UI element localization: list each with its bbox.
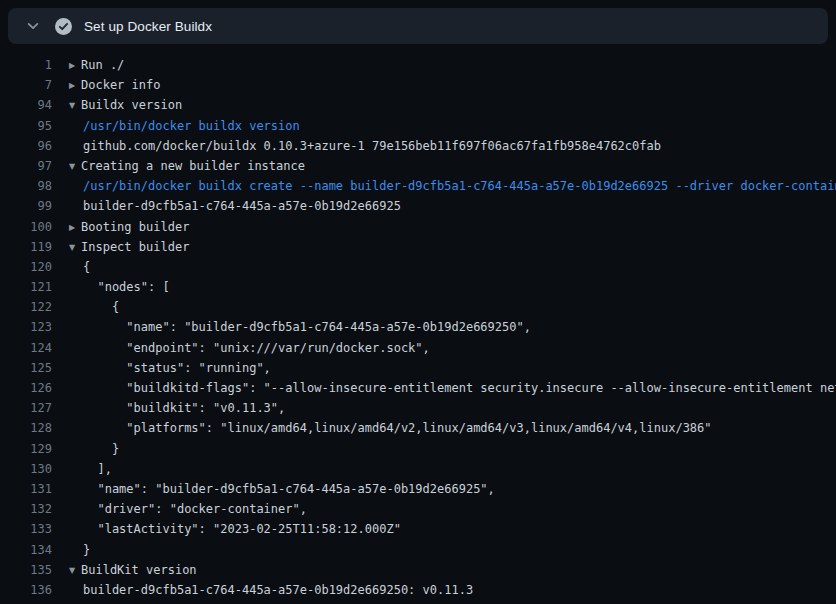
- log-text: "status": "running",: [83, 361, 271, 375]
- step-title: Set up Docker Buildx: [84, 19, 212, 34]
- log-text: "lastActivity": "2023-02-25T11:58:12.000…: [83, 522, 401, 536]
- log-text: {: [83, 300, 119, 314]
- log-row: 97▼Creating a new builder instance: [0, 156, 836, 176]
- line-number[interactable]: 120: [0, 257, 52, 277]
- group-caret-collapsed-icon[interactable]: ▶: [69, 76, 81, 96]
- log-text: }: [83, 442, 119, 456]
- log-text: "nodes": [: [83, 280, 170, 294]
- group-caret-expanded-icon[interactable]: ▼: [69, 238, 81, 258]
- line-number[interactable]: 131: [0, 479, 52, 499]
- group-caret-collapsed-icon[interactable]: ▶: [69, 56, 81, 76]
- group-title[interactable]: Inspect builder: [81, 240, 189, 254]
- group-caret-expanded-icon[interactable]: ▼: [69, 157, 81, 177]
- log-text: github.com/docker/buildx 0.10.3+azure-1 …: [83, 139, 661, 153]
- line-number[interactable]: 122: [0, 297, 52, 317]
- log-row: 123 "name": "builder-d9cfb5a1-c764-445a-…: [0, 317, 836, 337]
- group-title[interactable]: Booting builder: [81, 220, 189, 234]
- log-text: {: [83, 260, 90, 274]
- log-lines: 1▶Run ./7▶Docker info94▼Buildx version95…: [0, 44, 836, 604]
- log-text: "buildkitd-flags": "--allow-insecure-ent…: [83, 381, 836, 395]
- log-row: 126 "buildkitd-flags": "--allow-insecure…: [0, 378, 836, 398]
- line-number[interactable]: 130: [0, 459, 52, 479]
- command-text: /usr/bin/docker buildx create --name bui…: [83, 179, 836, 193]
- line-number[interactable]: 97: [0, 156, 52, 176]
- line-number[interactable]: 95: [0, 116, 52, 136]
- group-title[interactable]: Buildx version: [81, 98, 182, 112]
- line-number[interactable]: 134: [0, 540, 52, 560]
- log-text: "name": "builder-d9cfb5a1-c764-445a-a57e…: [83, 482, 495, 496]
- line-number[interactable]: 121: [0, 277, 52, 297]
- line-number[interactable]: 127: [0, 398, 52, 418]
- log-row: 122 {: [0, 297, 836, 317]
- log-row: 128 "platforms": "linux/amd64,linux/amd6…: [0, 418, 836, 438]
- group-title[interactable]: Docker info: [81, 78, 160, 92]
- line-number[interactable]: 7: [0, 75, 52, 95]
- actions-log-viewer: Set up Docker Buildx 1▶Run ./7▶Docker in…: [0, 0, 836, 604]
- log-text: builder-d9cfb5a1-c764-445a-a57e-0b19d2e6…: [83, 199, 401, 213]
- log-row: 1▶Run ./: [0, 55, 836, 75]
- line-number[interactable]: 126: [0, 378, 52, 398]
- log-row: 124 "endpoint": "unix:///var/run/docker.…: [0, 338, 836, 358]
- log-row: 7▶Docker info: [0, 75, 836, 95]
- log-row: 133 "lastActivity": "2023-02-25T11:58:12…: [0, 519, 836, 539]
- line-number[interactable]: 128: [0, 418, 52, 438]
- group-title[interactable]: Creating a new builder instance: [81, 159, 305, 173]
- log-row: 134}: [0, 540, 836, 560]
- log-row: 127 "buildkit": "v0.11.3",: [0, 398, 836, 418]
- group-caret-expanded-icon[interactable]: ▼: [69, 561, 81, 581]
- chevron-down-icon[interactable]: [26, 19, 40, 33]
- log-text: builder-d9cfb5a1-c764-445a-a57e-0b19d2e6…: [83, 583, 473, 597]
- log-row: 136builder-d9cfb5a1-c764-445a-a57e-0b19d…: [0, 580, 836, 600]
- log-text: "name": "builder-d9cfb5a1-c764-445a-a57e…: [83, 320, 531, 334]
- log-row: 125 "status": "running",: [0, 358, 836, 378]
- log-row: 94▼Buildx version: [0, 95, 836, 115]
- line-number[interactable]: 125: [0, 358, 52, 378]
- log-row: 135▼BuildKit version: [0, 560, 836, 580]
- log-row: 132 "driver": "docker-container",: [0, 499, 836, 519]
- line-number[interactable]: 119: [0, 237, 52, 257]
- line-number[interactable]: 1: [0, 55, 52, 75]
- log-row: 120{: [0, 257, 836, 277]
- log-text: "platforms": "linux/amd64,linux/amd64/v2…: [83, 421, 712, 435]
- log-row: 99builder-d9cfb5a1-c764-445a-a57e-0b19d2…: [0, 196, 836, 216]
- log-row: 95/usr/bin/docker buildx version: [0, 116, 836, 136]
- line-number[interactable]: 136: [0, 580, 52, 600]
- log-row: 129 }: [0, 439, 836, 459]
- line-number[interactable]: 98: [0, 176, 52, 196]
- line-number[interactable]: 129: [0, 439, 52, 459]
- group-caret-collapsed-icon[interactable]: ▶: [69, 218, 81, 238]
- group-caret-expanded-icon[interactable]: ▼: [69, 96, 81, 116]
- group-title[interactable]: Run ./: [81, 58, 124, 72]
- step-header[interactable]: Set up Docker Buildx: [8, 8, 828, 44]
- line-number[interactable]: 99: [0, 196, 52, 216]
- line-number[interactable]: 132: [0, 499, 52, 519]
- command-text: /usr/bin/docker buildx version: [83, 119, 300, 133]
- line-number[interactable]: 94: [0, 95, 52, 115]
- log-row: 100▶Booting builder: [0, 217, 836, 237]
- log-row: 98/usr/bin/docker buildx create --name b…: [0, 176, 836, 196]
- log-row: 131 "name": "builder-d9cfb5a1-c764-445a-…: [0, 479, 836, 499]
- line-number[interactable]: 135: [0, 560, 52, 580]
- log-row: 121 "nodes": [: [0, 277, 836, 297]
- group-title[interactable]: BuildKit version: [81, 563, 197, 577]
- log-text: ],: [83, 462, 112, 476]
- line-number[interactable]: 123: [0, 317, 52, 337]
- line-number[interactable]: 133: [0, 519, 52, 539]
- log-row: 96github.com/docker/buildx 0.10.3+azure-…: [0, 136, 836, 156]
- line-number[interactable]: 96: [0, 136, 52, 156]
- log-text: }: [83, 543, 90, 557]
- line-number[interactable]: 100: [0, 217, 52, 237]
- line-number[interactable]: 124: [0, 338, 52, 358]
- log-text: "driver": "docker-container",: [83, 502, 307, 516]
- log-row: 130 ],: [0, 459, 836, 479]
- log-text: "endpoint": "unix:///var/run/docker.sock…: [83, 341, 430, 355]
- check-circle-icon: [55, 18, 72, 35]
- log-row: 119▼Inspect builder: [0, 237, 836, 257]
- log-text: "buildkit": "v0.11.3",: [83, 401, 285, 415]
